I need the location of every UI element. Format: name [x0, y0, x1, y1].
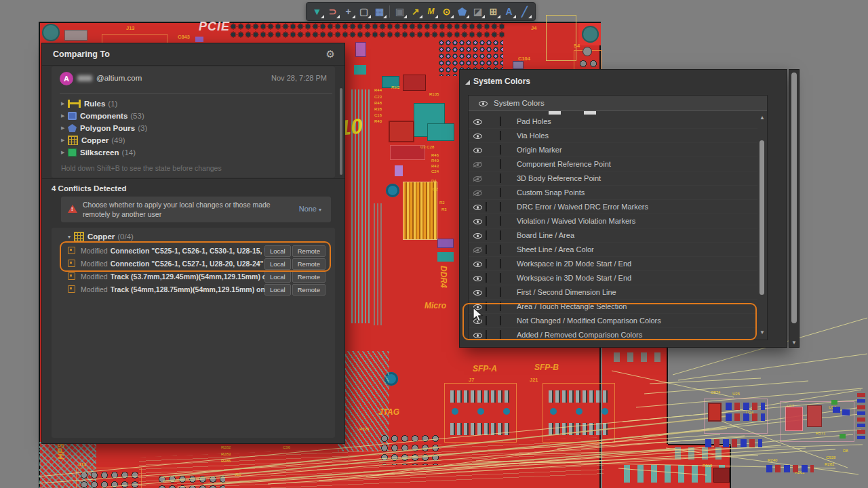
color-swatch[interactable]	[486, 330, 487, 340]
copper-group-header[interactable]: ▾ Copper (0/4)	[68, 232, 134, 241]
crosshair-tool[interactable]: +	[340, 4, 356, 19]
color-swatch[interactable]	[486, 245, 487, 254]
local-button[interactable]: Local	[264, 245, 291, 257]
eye-off-icon[interactable]	[473, 188, 483, 198]
remote-button[interactable]: Remote	[292, 284, 326, 296]
color-row-sheet-line-area-color[interactable]: Sheet Line / Area Color	[469, 243, 757, 257]
color-swatch[interactable]	[500, 117, 501, 126]
color-swatch[interactable]	[500, 245, 501, 254]
color-row-not-changed-modified-comparison-colors[interactable]: Not Changed / Modified Comparison Colors	[469, 314, 757, 328]
slash-box-tool[interactable]: ◪	[470, 4, 486, 19]
scroll-down-icon[interactable]: ▼	[759, 329, 766, 336]
tree-item-copper[interactable]: ▶Copper(49)	[61, 134, 147, 146]
eye-icon[interactable]	[473, 230, 483, 241]
scrollbar-thumb[interactable]	[791, 73, 797, 323]
color-row-origin-marker[interactable]: Origin Marker	[469, 143, 757, 157]
eye-off-icon[interactable]	[473, 245, 483, 255]
color-row-pad-holes[interactable]: Pad Holes	[469, 115, 757, 129]
color-row-violation-waived-violation-markers[interactable]: Violation / Waived Violation Markers	[469, 214, 757, 228]
gear-icon[interactable]: ⚙	[326, 48, 335, 60]
eye-icon[interactable]	[473, 330, 483, 340]
eye-icon[interactable]	[473, 216, 483, 226]
local-button[interactable]: Local	[264, 284, 291, 296]
eye-icon[interactable]	[473, 273, 483, 283]
color-row-area-touch-rectangle-selection[interactable]: Area / Touch Rectangle Selection	[469, 300, 757, 314]
collapse-triangle-icon[interactable]	[465, 80, 470, 85]
eye-icon[interactable]	[473, 302, 483, 312]
chevron-down-icon: ▾	[68, 234, 71, 240]
histogram-tool[interactable]: ▦	[372, 4, 387, 19]
scrollbar-thumb[interactable]	[760, 140, 764, 295]
selection-rect-tool[interactable]: ▢	[356, 4, 372, 19]
eye-off-icon[interactable]	[473, 174, 483, 184]
color-row-via-holes[interactable]: Via Holes	[469, 129, 757, 143]
color-row-board-line-area[interactable]: Board Line / Area	[469, 228, 757, 243]
eye-icon[interactable]	[473, 259, 483, 269]
conflict-text: Track (53.7mm,129.45mm)(54mm,129.15mm) o…	[111, 272, 283, 281]
eye-icon[interactable]	[473, 202, 483, 212]
component-chip-tool[interactable]: ▣	[392, 4, 408, 19]
magnet-tool[interactable]: ⊃	[325, 4, 340, 19]
color-swatch[interactable]	[500, 145, 501, 155]
color-swatch[interactable]	[500, 131, 501, 140]
scroll-down-icon[interactable]: ▼	[789, 340, 799, 346]
color-swatch[interactable]	[500, 330, 501, 340]
color-swatch[interactable]	[486, 273, 487, 283]
route-tool[interactable]: ↗	[408, 4, 423, 19]
polygon-pour-tool[interactable]	[454, 4, 470, 19]
color-swatch[interactable]	[500, 273, 501, 283]
color-row-workspace-in-3d-mode-start-end[interactable]: Workspace in 3D Mode Start / End	[469, 271, 757, 285]
eye-icon[interactable]	[473, 316, 483, 326]
local-button[interactable]: Local	[264, 271, 291, 283]
eye-off-icon[interactable]	[473, 159, 483, 169]
color-swatch[interactable]	[500, 202, 501, 211]
resolution-dropdown[interactable]: None▾	[299, 205, 321, 213]
color-swatch[interactable]	[500, 188, 501, 197]
remote-button[interactable]: Remote	[292, 258, 326, 270]
meander-tool[interactable]: M	[423, 4, 439, 19]
color-swatch[interactable]	[486, 302, 487, 311]
eye-icon[interactable]	[473, 131, 483, 141]
color-row-custom-snap-points[interactable]: Custom Snap Points	[469, 186, 757, 200]
color-swatch[interactable]	[500, 216, 501, 226]
color-row-3d-body-reference-point[interactable]: 3D Body Reference Point	[469, 171, 757, 186]
eye-icon[interactable]	[473, 287, 483, 298]
color-swatch[interactable]	[500, 287, 501, 297]
color-swatch[interactable]	[500, 174, 501, 183]
color-swatch[interactable]	[500, 316, 501, 325]
color-swatch[interactable]	[486, 216, 487, 226]
filter-tool[interactable]: ▼	[309, 4, 325, 19]
color-row-workspace-in-2d-mode-start-end[interactable]: Workspace in 2D Mode Start / End	[469, 257, 757, 271]
text-tool[interactable]: A	[501, 4, 517, 19]
list-scrollbar[interactable]: ▲ ▼	[759, 115, 766, 336]
line-tool[interactable]: ╱	[517, 4, 532, 19]
measure-tool[interactable]: ⊞	[486, 4, 501, 19]
eye-icon[interactable]	[473, 117, 483, 127]
tree-item-components[interactable]: ▶Components(53)	[61, 110, 147, 122]
color-swatch[interactable]	[486, 316, 487, 325]
remote-button[interactable]: Remote	[292, 271, 326, 283]
tree-item-polygon-pours[interactable]: ▶Polygon Pours(3)	[61, 122, 147, 134]
eye-icon[interactable]	[473, 145, 483, 155]
panel-scrollbar[interactable]: ▼	[789, 70, 799, 347]
color-swatch[interactable]	[486, 230, 487, 240]
color-swatch[interactable]	[500, 159, 501, 169]
color-swatch[interactable]	[486, 259, 487, 268]
color-row-added-removed-comparison-colors[interactable]: Added / Removed Comparison Colors	[469, 328, 757, 340]
color-swatch[interactable]	[500, 259, 501, 268]
color-swatch[interactable]	[486, 287, 487, 297]
scroll-up-icon[interactable]: ▲	[759, 115, 766, 121]
eye-icon[interactable]	[478, 98, 488, 108]
tree-item-rules[interactable]: ▶Rules(1)	[61, 98, 147, 110]
via-tool[interactable]: ⊙	[439, 4, 454, 19]
color-row-first-second-dimension-line[interactable]: First / Second Dimension Line	[469, 285, 757, 300]
color-swatch[interactable]	[500, 230, 501, 240]
local-button[interactable]: Local	[264, 258, 291, 270]
panel-scrollbar[interactable]	[340, 88, 342, 175]
remote-button[interactable]: Remote	[292, 245, 326, 257]
color-swatch[interactable]	[486, 202, 487, 211]
color-row-component-reference-point[interactable]: Component Reference Point	[469, 157, 757, 171]
color-swatch[interactable]	[500, 302, 501, 311]
tree-item-silkscreen[interactable]: ▶Silkscreen(14)	[61, 146, 147, 159]
color-row-drc-error-waived-drc-error-markers[interactable]: DRC Error / Waived DRC Error Markers	[469, 200, 757, 214]
